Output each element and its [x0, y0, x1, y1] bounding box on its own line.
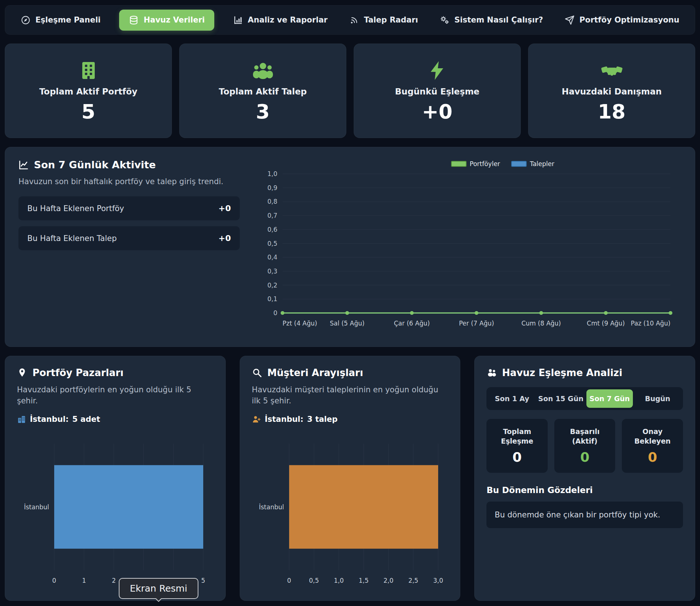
weekly-activity-info: Son 7 Günlük Aktivite Havuzun son bir ha…: [18, 159, 240, 335]
svg-text:2,0: 2,0: [384, 577, 394, 584]
svg-text:0,2: 0,2: [267, 282, 277, 289]
nav-item-analiz-raporlar[interactable]: Analiz ve Raporlar: [230, 10, 330, 30]
customer-searches-title: Müşteri Arayışları: [252, 367, 448, 378]
line-chart-icon: [18, 160, 29, 170]
row-value: +0: [218, 234, 231, 243]
weekly-portfolio-row: Bu Hafta Eklenen Portföy +0: [18, 196, 240, 220]
svg-text:0,3: 0,3: [267, 268, 277, 275]
tab-son-15-gun[interactable]: Son 15 Gün: [537, 389, 585, 408]
top-navigation: Eşleşme Paneli Havuz Verileri: [5, 5, 695, 35]
nav-item-sistem-nasil-calisir[interactable]: Sistem Nasıl Çalışır?: [437, 10, 546, 30]
nav-item-label: Eşleşme Paneli: [35, 16, 101, 24]
pool-match-analysis-panel: Havuz Eşleşme Analizi Son 1 Ay Son 15 Gü…: [474, 356, 695, 601]
analysis-period-tabs: Son 1 Ay Son 15 Gün Son 7 Gün Bugün: [486, 387, 683, 410]
svg-text:0: 0: [273, 309, 277, 317]
nav-item-label: Portföy Optimizasyonu: [579, 16, 679, 24]
map-marker-icon: [17, 368, 27, 378]
svg-text:0,6: 0,6: [267, 226, 277, 233]
stat-label: Toplam Aktif Talep: [219, 87, 306, 96]
svg-text:Cum (8 Ağu): Cum (8 Ağu): [521, 320, 561, 327]
weekly-activity-chart-area: Portföyler Talepler 00,10,20,30,40,50,60…: [257, 159, 682, 335]
nav-item-portfoy-optimizasyonu[interactable]: Portföy Optimizasyonu: [562, 10, 682, 30]
mini-stat-successful-active: Başarılı (Aktif) 0: [554, 419, 616, 473]
handshake-icon: [601, 60, 623, 81]
row-value: +0: [218, 204, 231, 213]
svg-text:İstanbul: İstanbul: [24, 503, 49, 511]
building-icon: [78, 60, 99, 81]
portfolio-markets-title: Portföy Pazarları: [17, 367, 214, 378]
customer-bar-chart: 00,51,01,52,02,53,0İstanbul: [252, 440, 448, 589]
weekly-activity-line-chart: 00,10,20,30,40,50,60,70,80,91,0Pzt (4 Ağ…: [257, 169, 677, 333]
tab-son-7-gun[interactable]: Son 7 Gün: [586, 389, 633, 408]
pool-match-analysis-title: Havuz Eşleşme Analizi: [486, 367, 683, 378]
paper-plane-icon: [565, 15, 575, 25]
featured-section-title: Bu Dönemin Gözdeleri: [486, 485, 683, 495]
customer-top-city: İstanbul: 3 talep: [252, 415, 448, 424]
svg-text:1,0: 1,0: [267, 170, 277, 178]
person-plus-icon: [252, 415, 261, 424]
database-icon: [129, 15, 139, 25]
chart-legend: Portföyler Talepler: [257, 159, 682, 169]
top-city-name: İstanbul:: [265, 415, 304, 424]
nav-item-label: Havuz Verileri: [143, 16, 205, 24]
gears-icon: [440, 15, 450, 25]
mini-stat-total-matches: Toplam Eşleşme 0: [486, 419, 548, 473]
nav-item-havuz-verileri[interactable]: Havuz Verileri: [119, 10, 214, 31]
svg-text:3,0: 3,0: [433, 577, 443, 584]
customer-searches-panel: Müşteri Arayışları Havuzdaki müşteri tal…: [240, 356, 461, 601]
svg-text:0: 0: [287, 577, 291, 584]
top-city-name: İstanbul:: [30, 415, 69, 424]
stat-label: Havuzdaki Danışman: [562, 87, 662, 96]
top-city-count: 5 adet: [72, 415, 100, 424]
stat-label: Toplam Aktif Portföy: [39, 87, 137, 96]
users-icon: [252, 60, 274, 81]
search-icon: [252, 368, 262, 378]
customer-bar-chart-wrap: 00,51,01,52,02,53,0İstanbul: [252, 440, 448, 589]
svg-text:Pzt (4 Ağu): Pzt (4 Ağu): [283, 320, 317, 327]
row-label: Bu Hafta Eklenen Portföy: [27, 204, 124, 213]
svg-text:Paz (10 Ağu): Paz (10 Ağu): [631, 320, 670, 327]
legend-item-demands: Talepler: [511, 160, 554, 168]
svg-text:2: 2: [112, 577, 116, 584]
legend-item-portfolios: Portföyler: [451, 160, 500, 168]
stat-value: +0: [422, 102, 453, 122]
weekly-demand-row: Bu Hafta Eklenen Talep +0: [18, 226, 240, 250]
stat-label: Bugünkü Eşleşme: [395, 87, 479, 96]
people-icon: [486, 368, 497, 378]
row-label: Bu Hafta Eklenen Talep: [27, 234, 117, 243]
portfolio-top-city: İstanbul: 5 adet: [17, 415, 214, 424]
stat-value: 5: [82, 102, 96, 122]
nav-item-talep-radari[interactable]: Talep Radarı: [346, 10, 421, 30]
bolt-icon: [427, 60, 448, 81]
portfolio-markets-subtitle: Havuzdaki portföylerin en yoğun olduğu i…: [17, 384, 214, 407]
weekly-activity-rows: Bu Hafta Eklenen Portföy +0 Bu Hafta Ekl…: [18, 196, 240, 250]
svg-text:5: 5: [201, 577, 205, 584]
tab-son-1-ay[interactable]: Son 1 Ay: [489, 389, 535, 408]
stat-card-consultants-in-pool: Havuzdaki Danışman 18: [528, 44, 695, 138]
svg-text:2,5: 2,5: [408, 577, 418, 584]
nav-item-label: Talep Radarı: [364, 16, 418, 24]
stat-card-total-active-demand: Toplam Aktif Talep 3: [179, 44, 346, 138]
tab-bugun[interactable]: Bugün: [634, 389, 681, 408]
featured-empty-message: Bu dönemde öne çıkan bir portföy tipi yo…: [486, 502, 683, 528]
legend-swatch-green: [451, 161, 467, 167]
nav-item-eslesme-paneli[interactable]: Eşleşme Paneli: [18, 10, 104, 30]
svg-text:1: 1: [82, 577, 86, 584]
stat-card-total-active-portfolio: Toplam Aktif Portföy 5: [5, 44, 172, 138]
legend-swatch-blue: [511, 161, 527, 167]
svg-text:0,5: 0,5: [309, 577, 319, 584]
weekly-activity-card: Son 7 Günlük Aktivite Havuzun son bir ha…: [5, 147, 695, 347]
svg-text:Cmt (9 Ağu): Cmt (9 Ağu): [587, 320, 625, 327]
nav-item-label: Analiz ve Raporlar: [248, 16, 328, 24]
dashboard-page: Eşleşme Paneli Havuz Verileri: [0, 0, 700, 606]
svg-text:0,8: 0,8: [267, 198, 277, 205]
stat-value: 18: [598, 102, 626, 122]
portfolio-bar-chart-wrap: 012345İstanbul: [17, 440, 214, 589]
svg-text:0,1: 0,1: [267, 295, 277, 303]
portfolio-bar-chart: 012345İstanbul: [17, 440, 213, 589]
top-city-count: 3 talep: [307, 415, 338, 424]
nav-item-label: Sistem Nasıl Çalışır?: [454, 16, 543, 24]
svg-text:İstanbul: İstanbul: [259, 503, 284, 511]
analysis-mini-stats: Toplam Eşleşme 0 Başarılı (Aktif) 0 Onay…: [486, 419, 683, 473]
svg-text:Per (7 Ağu): Per (7 Ağu): [459, 320, 494, 327]
